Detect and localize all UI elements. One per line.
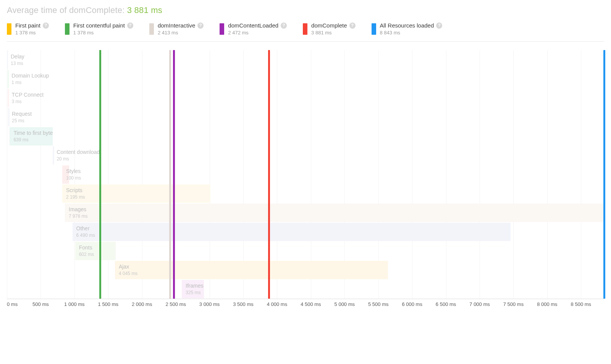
marker-line[interactable]	[99, 50, 101, 299]
legend-label-text: All Resources loaded	[380, 22, 434, 29]
axis-tick: 500 ms	[32, 301, 49, 307]
legend-text: domInteractive?2 413 ms	[158, 22, 204, 36]
legend-swatch	[7, 23, 11, 35]
legend-label: All Resources loaded?	[380, 22, 443, 29]
bar-label: Scripts	[66, 187, 82, 193]
bar-value: 4 045 ms	[119, 271, 137, 276]
help-icon[interactable]: ?	[43, 23, 49, 29]
page-title: Average time of domComplete: 3 881 ms	[7, 5, 604, 15]
legend-value: 1 378 ms	[73, 30, 133, 36]
grid-line	[108, 50, 108, 299]
axis-tick: 3 000 ms	[199, 301, 220, 307]
bar-value: 25 ms	[12, 118, 24, 123]
legend-label-text: domInteractive	[158, 22, 195, 29]
bar-value: 100 ms	[66, 175, 81, 181]
legend-value: 2 472 ms	[228, 30, 287, 36]
bar-value: 13 ms	[11, 61, 23, 66]
legend-text: First paint?1 378 ms	[15, 22, 49, 36]
legend-value: 1 378 ms	[15, 30, 49, 36]
bar-value: 639 ms	[13, 137, 28, 142]
bar-value: 1 ms	[11, 80, 21, 85]
legend-label: First paint?	[15, 22, 49, 29]
help-icon[interactable]: ?	[197, 23, 204, 29]
waterfall-bar[interactable]: Styles100 ms	[62, 165, 69, 184]
legend-item[interactable]: First paint?1 378 ms	[7, 22, 49, 36]
axis-tick: 7 500 ms	[503, 301, 524, 307]
waterfall-bar[interactable]: Request25 ms	[8, 108, 10, 126]
legend-swatch	[65, 23, 70, 35]
marker-line[interactable]	[603, 50, 605, 299]
legend-item[interactable]: All Resources loaded?8 843 ms	[372, 22, 443, 36]
waterfall-bar[interactable]: Domain Lookup1 ms	[8, 70, 9, 88]
waterfall-bar[interactable]: Content download20 ms	[53, 146, 54, 165]
bar-value: 20 ms	[57, 156, 69, 162]
legend-label: domComplete?	[311, 22, 355, 29]
marker-line[interactable]	[173, 50, 175, 299]
axis-tick: 4 000 ms	[267, 301, 287, 307]
axis-tick: 5 500 ms	[368, 301, 388, 307]
grid-line	[581, 50, 581, 299]
legend-swatch	[372, 23, 376, 35]
axis-tick: 0 ms	[7, 301, 18, 307]
axis-tick: 1 500 ms	[98, 301, 118, 307]
title-prefix: Average time of domComplete:	[7, 5, 127, 15]
waterfall-bar[interactable]: Other6 490 ms	[73, 223, 511, 241]
legend-text: First contentful paint?1 378 ms	[73, 22, 133, 36]
help-icon[interactable]: ?	[281, 23, 287, 29]
waterfall-bar[interactable]: Time to first byte639 ms	[10, 127, 53, 146]
legend-label-text: First paint	[15, 22, 40, 29]
legend-item[interactable]: domComplete?3 881 ms	[303, 22, 355, 36]
axis-tick: 2 000 ms	[132, 301, 152, 307]
marker-line[interactable]	[169, 50, 171, 299]
x-axis: 0 ms500 ms1 000 ms1 500 ms2 000 ms2 500 …	[7, 301, 604, 310]
axis-tick: 5 000 ms	[335, 301, 355, 307]
bar-label: Delay	[11, 53, 24, 60]
axis-tick: 2 500 ms	[165, 301, 186, 307]
legend-item[interactable]: domInteractive?2 413 ms	[149, 22, 204, 36]
bar-label: Time to first byte	[13, 130, 53, 136]
timeline: Delay13 msDomain Lookup1 msTCP Connect3 …	[7, 50, 604, 299]
waterfall-bar[interactable]: TCP Connect3 ms	[8, 89, 9, 107]
bar-label: TCP Connect	[11, 92, 44, 98]
help-icon[interactable]: ?	[349, 23, 356, 29]
bar-value: 602 ms	[79, 252, 94, 257]
chart-area: Delay13 msDomain Lookup1 msTCP Connect3 …	[7, 50, 604, 310]
grid-line	[513, 50, 514, 299]
bar-label: Request	[12, 111, 32, 117]
legend-text: domComplete?3 881 ms	[311, 22, 355, 36]
legend-value: 8 843 ms	[380, 30, 443, 36]
waterfall-bar[interactable]: Iframes325 ms	[182, 280, 204, 298]
legend-label-text: domContentLoaded	[228, 22, 278, 29]
waterfall-bar[interactable]: Ajax4 045 ms	[115, 261, 388, 279]
legend-item[interactable]: First contentful paint?1 378 ms	[65, 22, 133, 36]
bar-label: Other	[76, 225, 90, 231]
help-icon[interactable]: ?	[127, 23, 133, 29]
grid-line	[547, 50, 548, 299]
axis-tick: 7 000 ms	[469, 301, 490, 307]
axis-tick: 6 000 ms	[402, 301, 422, 307]
help-icon[interactable]: ?	[436, 23, 442, 29]
waterfall-bar[interactable]: Images7 978 ms	[65, 204, 604, 222]
bar-label: Fonts	[79, 244, 92, 251]
waterfall-bar[interactable]: Fonts602 ms	[75, 242, 116, 260]
legend-label: First contentful paint?	[73, 22, 133, 29]
grid-line	[480, 50, 480, 299]
waterfall-bar[interactable]: Delay13 ms	[7, 51, 8, 69]
bar-label: Ajax	[119, 264, 129, 270]
bar-value: 7 978 ms	[69, 214, 87, 219]
legend-value: 2 413 ms	[158, 30, 204, 36]
bar-value: 6 490 ms	[76, 233, 95, 238]
waterfall-bar[interactable]: Scripts2 195 ms	[62, 184, 210, 203]
legend-value: 3 881 ms	[311, 30, 355, 36]
bar-label: Content download	[57, 149, 100, 155]
bar-value: 3 ms	[11, 99, 21, 104]
bar-value: 325 ms	[186, 290, 200, 295]
axis-tick: 1 000 ms	[64, 301, 84, 307]
legend-label: domContentLoaded?	[228, 22, 287, 29]
marker-line[interactable]	[268, 50, 270, 299]
axis-tick: 3 500 ms	[233, 301, 253, 307]
bar-value: 2 195 ms	[66, 194, 85, 200]
legend-item[interactable]: domContentLoaded?2 472 ms	[220, 22, 287, 36]
legend-swatch	[149, 23, 154, 35]
legend-text: All Resources loaded?8 843 ms	[380, 22, 443, 36]
